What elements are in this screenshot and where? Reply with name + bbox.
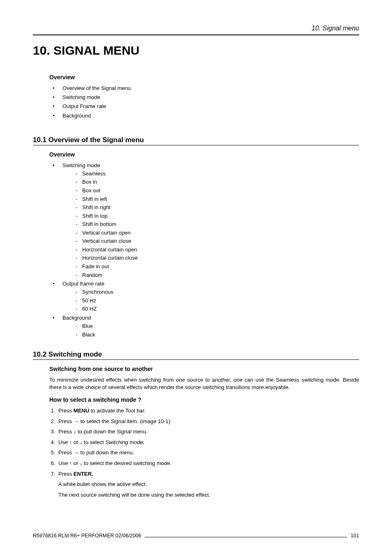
step-note: A white bullet shows the active effect. (58, 481, 359, 488)
header-rule (33, 35, 359, 35)
overview-list-1: Overview of the Signal menu Switching mo… (49, 85, 359, 120)
step-text: Press (58, 408, 74, 414)
list-item: Horizontal curtain close (73, 254, 359, 262)
overview-heading-1: Overview (49, 74, 359, 81)
step-item: Use ↑ or ↓ to select Switching mode. (57, 439, 359, 446)
step-item: Press MENU to activate the Tool bar. (57, 407, 359, 415)
step-note: The next source switching will be done u… (58, 491, 359, 499)
list-item: Blue (73, 322, 359, 330)
list-item: Background (49, 112, 359, 120)
list-item: Box in (73, 178, 359, 186)
step-item: Press → to pull down the menu. (57, 449, 359, 456)
list-item: Seamless (73, 170, 359, 177)
list-item: Shift in right (73, 204, 359, 211)
list-item: 50 Hz (73, 297, 359, 304)
step-text: Press ↓ to pull down the (58, 428, 117, 435)
running-header: 10. Signal menu (33, 25, 359, 32)
list-item: Box out (73, 187, 359, 194)
step-italic: Signal (117, 428, 131, 435)
list-item: Random (73, 272, 359, 279)
step-item: Press → to select the Signal item. (imag… (57, 418, 359, 425)
list-item: 60 HZ (73, 305, 359, 313)
list-item: Black (73, 331, 359, 339)
step-italic: Switching mode. (105, 439, 144, 445)
sub-list: Synchronous 50 Hz 60 HZ (73, 288, 359, 313)
list-item: Horizontal curtain open (73, 246, 359, 253)
sub-list: Blue Black (73, 322, 359, 338)
overview-list-2: Switching mode Seamless Box in Box out S… (49, 162, 359, 338)
list-item: Synchronous (73, 288, 359, 296)
step-text: to activate the Tool bar. (89, 408, 145, 414)
list-item: Switching mode (49, 94, 359, 101)
list-item: Overview of the Signal menu (49, 85, 359, 92)
section-heading-102: 10.2 Switching mode (33, 350, 359, 359)
step-item: Press ENTER. (57, 470, 359, 478)
subheading-switching: Switching from one source to another (49, 366, 359, 372)
list-item: Output frame rate Synchronous 50 Hz 60 H… (49, 280, 359, 313)
list-item: Shift in left (73, 196, 359, 203)
list-item: Vertical curtain open (73, 229, 359, 237)
overview-heading-2: Overview (49, 151, 359, 158)
footer-left: R5976816 RLM R6+ PERFORMER 02/06/2006 (33, 533, 141, 539)
step-text: item. (image 10-1) (125, 418, 170, 424)
step-bold: MENU (74, 408, 89, 414)
body-paragraph: To minimize undesired effects when switc… (49, 376, 359, 391)
step-text: Use ↑ or ↓ to select (58, 439, 105, 445)
list-item: Background Blue Black (49, 314, 359, 338)
step-text: menu. (131, 428, 148, 435)
list-item: Fade in out (73, 263, 359, 270)
section-rule (33, 359, 359, 360)
section-rule (33, 145, 359, 145)
list-item-label: Background (62, 315, 91, 321)
subheading-howto: How to select a switching mode ? (49, 396, 359, 403)
list-item: Vertical curtain close (73, 237, 359, 245)
list-item: Output Frame rate (49, 103, 359, 110)
list-item: Shift in top (73, 212, 359, 220)
list-item: Switching mode Seamless Box in Box out S… (49, 162, 359, 279)
list-item-label: Output frame rate (62, 281, 104, 287)
section-heading-101: 10.1 Overview of the Signal menu (33, 136, 359, 144)
step-item: Press ↓ to pull down the Signal menu. (57, 428, 359, 435)
step-text: Press → to select the (58, 418, 111, 424)
sub-list: Seamless Box in Box out Shift in left Sh… (73, 170, 359, 279)
steps-list: Press MENU to activate the Tool bar. Pre… (49, 407, 359, 477)
step-italic: Signal (111, 418, 125, 424)
step-bold: ENTER. (74, 471, 93, 477)
step-text: Press (58, 471, 74, 477)
page: 10. Signal menu 10. SIGNAL MENU Overview… (0, 0, 392, 555)
footer: R5976816 RLM R6+ PERFORMER 02/06/2006 10… (33, 533, 359, 539)
list-item: Shift in bottom (73, 221, 359, 228)
footer-page-number: 101 (350, 533, 359, 539)
list-item-label: Switching mode (62, 162, 100, 168)
chapter-title: 10. SIGNAL MENU (33, 44, 359, 58)
footer-rule (145, 537, 347, 537)
step-item: Use ↑ or ↓ to select the desired switchi… (57, 460, 359, 467)
